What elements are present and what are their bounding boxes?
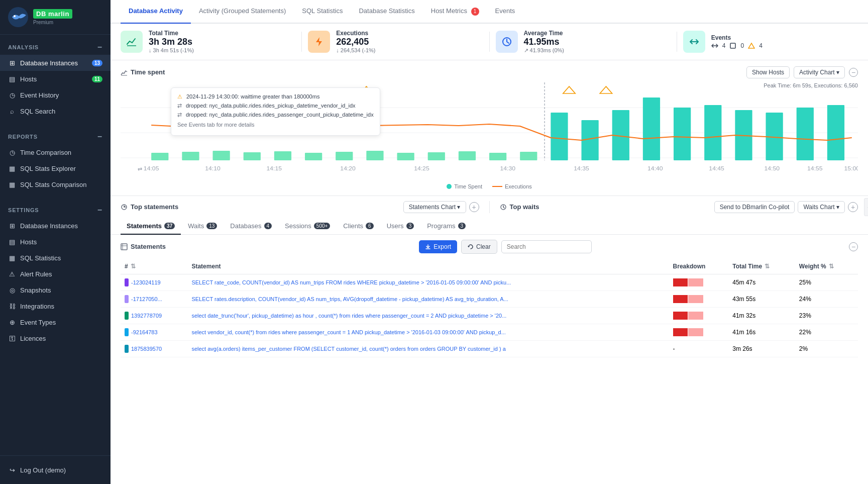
clear-button[interactable]: Clear xyxy=(461,240,497,254)
sidebar-item-label: Event Types xyxy=(20,319,56,326)
statement-id-link[interactable]: -17127050... xyxy=(131,296,162,302)
sub-tab-clients[interactable]: Clients 6 xyxy=(337,218,379,235)
sub-tab-waits[interactable]: Waits 13 xyxy=(182,218,223,235)
sidebar-item-event-types[interactable]: ⊕ Event Types xyxy=(0,314,111,330)
event-marker-2 xyxy=(563,86,575,93)
export-button[interactable]: Export xyxy=(419,240,457,253)
statement-link[interactable]: select date_trunc('hour', pickup_datetim… xyxy=(191,313,506,319)
events-triangle-count: 4 xyxy=(759,42,763,49)
tab-host-metrics[interactable]: Host Metrics 1 xyxy=(423,0,487,24)
tooltip-warning-row: ⚠ 2024-11-29 14:30:00: waittime greater … xyxy=(177,93,374,101)
statements-add-button[interactable]: + xyxy=(469,202,479,212)
reports-header: REPORTS − xyxy=(0,129,111,144)
search-input[interactable] xyxy=(501,240,592,253)
table-scroll: # ⇅ Statement Breakdown Total Time ⇅ xyxy=(121,259,858,485)
statements-chart-button[interactable]: Statements Chart ▾ xyxy=(403,201,466,213)
x-label-11: 14:55 xyxy=(807,166,823,171)
svg-point-1 xyxy=(14,15,16,17)
sidebar-item-sql-stats-explorer[interactable]: ▦ SQL Stats Explorer xyxy=(0,160,111,176)
tab-events[interactable]: Events xyxy=(487,0,523,24)
sidebar-item-hosts-settings[interactable]: ▤ Hosts xyxy=(0,234,111,250)
sidebar-item-label: Event History xyxy=(20,91,59,99)
sidebar-item-database-instances[interactable]: ⊞ Database Instances 13 xyxy=(0,55,111,71)
top-statements-title: Top statements xyxy=(121,203,178,211)
sub-tab-databases[interactable]: Databases 4 xyxy=(224,218,278,235)
svg-rect-34 xyxy=(797,108,814,160)
executions-icon xyxy=(308,31,330,53)
sidebar-item-licences[interactable]: ⚿ Licences xyxy=(0,330,111,346)
sidebar-item-sql-stats-comparison[interactable]: ▦ SQL Stats Comparison xyxy=(0,176,111,192)
x-label-5: 14:25 xyxy=(414,166,429,171)
weight-cell: 22% xyxy=(795,324,858,340)
show-hosts-button[interactable]: Show Hosts xyxy=(746,66,790,78)
executions-line-legend xyxy=(492,186,502,187)
sort-icon-hash[interactable]: ⇅ xyxy=(131,263,136,270)
sidebar-item-label: Integrations xyxy=(20,303,54,310)
sidebar-item-db-instances-settings[interactable]: ⊞ Database Instances xyxy=(0,218,111,234)
bar3-icon: ▦ xyxy=(8,254,16,262)
svg-rect-21 xyxy=(397,153,414,160)
collapse-sidebar-button[interactable]: ‹ xyxy=(864,198,868,216)
collapse-analysis-icon[interactable]: − xyxy=(97,43,102,52)
grid3-icon: ⊞ xyxy=(8,222,16,230)
id-cell: -17127050... xyxy=(121,291,187,307)
statement-link[interactable]: SELECT rates.description, COUNT(vendor_i… xyxy=(191,296,508,302)
sidebar-item-sql-search[interactable]: ⌕ SQL Search xyxy=(0,103,111,119)
statement-link[interactable]: select avg(a.orders) items_per_customer … xyxy=(191,346,505,352)
send-copilot-button[interactable]: Send to DBmarlin Co-pilot xyxy=(714,201,795,213)
camera-icon: ◎ xyxy=(8,286,16,294)
divider-1 xyxy=(301,32,302,52)
statement-cell: select date_trunc('hour', pickup_datetim… xyxy=(187,307,669,324)
activity-chart-button[interactable]: Activity Chart ▾ xyxy=(794,66,845,78)
chart-tooltip: ⚠ 2024-11-29 14:30:00: waittime greater … xyxy=(171,87,380,136)
sidebar-item-alert-rules[interactable]: ⚠ Alert Rules xyxy=(0,266,111,282)
statement-id-link[interactable]: 1392778709 xyxy=(131,313,162,319)
avg-time-title: Average Time xyxy=(524,30,565,37)
sidebar-item-label: Snapshots xyxy=(20,286,51,294)
legend-executions: Executions xyxy=(492,183,532,189)
waits-chart-button[interactable]: Waits Chart ▾ xyxy=(798,201,845,213)
statement-id-link[interactable]: -123024119 xyxy=(131,279,161,285)
collapse-reports-icon[interactable]: − xyxy=(97,132,102,141)
statement-id-link[interactable]: -92164783 xyxy=(131,329,158,335)
sub-tab-programs[interactable]: Programs 3 xyxy=(421,218,472,235)
total-time-value: 3h 3m 28s xyxy=(149,37,194,47)
sidebar-item-logout[interactable]: ↪ Log Out (demo) xyxy=(0,462,111,478)
waits-add-button[interactable]: + xyxy=(848,202,858,212)
statement-link[interactable]: select vendor_id, count(*) from rides wh… xyxy=(191,329,505,335)
breakdown-cell: - xyxy=(669,340,729,357)
top-statements-controls: Statements Chart ▾ + xyxy=(403,201,479,213)
sub-tab-statements[interactable]: Statements 37 xyxy=(121,218,181,235)
sidebar-item-sql-statistics[interactable]: ▦ SQL Statistics xyxy=(0,250,111,266)
breakdown-cell xyxy=(669,324,729,340)
sidebar-item-label: SQL Search xyxy=(20,108,55,115)
statement-id-link[interactable]: 1875839570 xyxy=(131,346,162,352)
tab-activity-grouped[interactable]: Activity (Grouped Statements) xyxy=(191,0,294,24)
total-time-cell: 41m 16s xyxy=(728,324,795,340)
sidebar-item-time-comparison[interactable]: ◷ Time Comparison xyxy=(0,144,111,160)
waits-count: 13 xyxy=(206,223,217,229)
svg-rect-30 xyxy=(674,108,691,160)
sidebar-item-event-history[interactable]: ◷ Event History xyxy=(0,87,111,103)
tab-database-activity[interactable]: Database Activity xyxy=(121,0,191,24)
sort-icon-time[interactable]: ⇅ xyxy=(765,263,770,270)
link-icon: ⛓ xyxy=(8,302,16,310)
chart-collapse-button[interactable]: − xyxy=(849,68,858,77)
col-breakdown: Breakdown xyxy=(669,259,729,274)
sort-icon-weight[interactable]: ⇅ xyxy=(829,263,834,270)
top-waits-panel: Top waits Send to DBmarlin Co-pilot Wait… xyxy=(500,201,858,213)
total-time-cell: 3m 26s xyxy=(728,340,795,357)
tab-sql-statistics[interactable]: SQL Statistics xyxy=(294,0,351,24)
sync-icon-2: ⇄ xyxy=(177,111,182,119)
table-collapse-button[interactable]: − xyxy=(849,242,858,251)
statement-link[interactable]: SELECT rate_code, COUNT(vendor_id) AS nu… xyxy=(191,279,511,285)
sidebar-item-hosts[interactable]: ▤ Hosts 11 xyxy=(0,71,111,87)
sub-tab-sessions[interactable]: Sessions 500+ xyxy=(279,218,336,235)
sidebar-item-snapshots[interactable]: ◎ Snapshots xyxy=(0,282,111,298)
tab-database-statistics[interactable]: Database Statistics xyxy=(351,0,422,24)
collapse-settings-icon[interactable]: − xyxy=(97,206,102,215)
sub-tab-users[interactable]: Users 3 xyxy=(381,218,420,235)
events-arrows-count: 4 xyxy=(722,42,726,49)
logout-label: Log Out (demo) xyxy=(20,466,66,474)
sidebar-item-integrations[interactable]: ⛓ Integrations xyxy=(0,298,111,314)
